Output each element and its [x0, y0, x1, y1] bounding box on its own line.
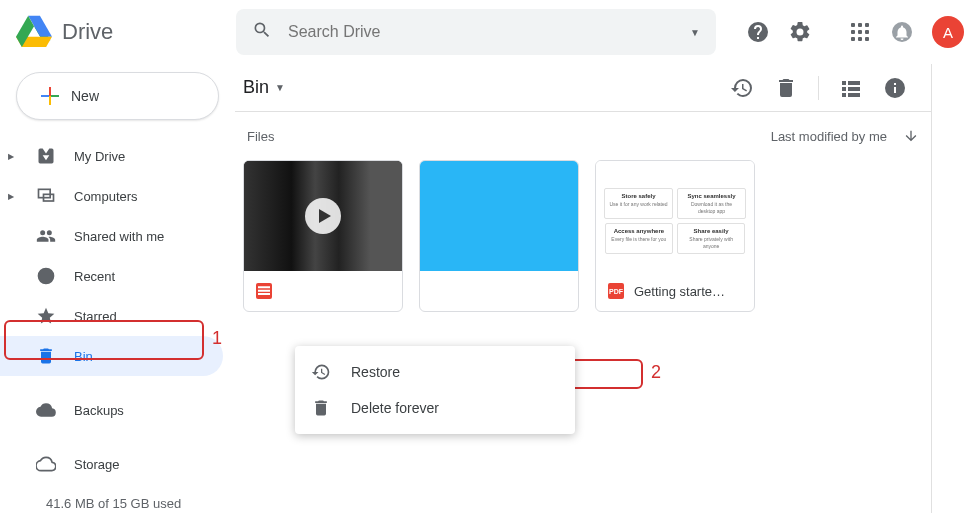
app-name: Drive	[62, 19, 113, 45]
chevron-down-icon[interactable]: ▼	[275, 82, 285, 93]
content-area: Files Last modified by me	[235, 112, 931, 328]
file-name: Getting starte…	[634, 284, 725, 299]
sidebar: New ▶ My Drive ▶ Computers Shared with m…	[0, 64, 235, 513]
new-button-label: New	[71, 88, 99, 104]
caret-right-icon: ▶	[8, 152, 18, 161]
storage-info: 41.6 MB of 15 GB used UPGRADE STORAGE	[0, 484, 235, 513]
pdf-thumbnail: Store safelyUse it for any work related …	[596, 161, 754, 271]
search-options-icon[interactable]: ▼	[690, 27, 700, 38]
sidebar-item-my-drive[interactable]: ▶ My Drive	[0, 136, 235, 176]
info-icon[interactable]	[883, 76, 907, 100]
restore-history-icon[interactable]	[730, 76, 754, 100]
sort-arrow-icon[interactable]	[903, 128, 919, 144]
sidebar-item-backups[interactable]: Backups	[0, 390, 235, 430]
video-file-icon	[256, 283, 272, 299]
cloud-icon	[36, 454, 56, 474]
nav-label: Backups	[74, 403, 124, 418]
bin-icon	[36, 346, 56, 366]
menu-label: Delete forever	[351, 400, 439, 416]
sidebar-item-computers[interactable]: ▶ Computers	[0, 176, 235, 216]
search-icon	[252, 20, 272, 44]
notifications-icon[interactable]	[890, 20, 914, 44]
search-input[interactable]	[288, 23, 690, 41]
nav-label: My Drive	[74, 149, 125, 164]
play-icon	[305, 198, 341, 234]
settings-icon[interactable]	[788, 20, 812, 44]
sort-label[interactable]: Last modified by me	[771, 129, 887, 144]
nav-label: Bin	[74, 349, 93, 364]
cloud-fill-icon	[36, 400, 56, 420]
context-menu: Restore Delete forever	[295, 346, 575, 434]
caret-right-icon: ▶	[8, 192, 18, 201]
menu-item-delete-forever[interactable]: Delete forever	[295, 390, 575, 426]
search-box[interactable]: ▼	[236, 9, 716, 55]
nav-label: Computers	[74, 189, 138, 204]
help-icon[interactable]	[746, 20, 770, 44]
sidebar-item-storage[interactable]: Storage	[0, 444, 235, 484]
avatar[interactable]: A	[932, 16, 964, 48]
files-grid: Store safelyUse it for any work related …	[243, 160, 923, 312]
restore-icon	[311, 362, 331, 382]
location-bar: Bin ▼	[235, 64, 931, 112]
sidebar-item-shared[interactable]: Shared with me	[0, 216, 235, 256]
main-content: Bin ▼ Files Last modified by me	[235, 64, 932, 513]
computers-icon	[36, 186, 56, 206]
storage-text: 41.6 MB of 15 GB used	[46, 496, 219, 511]
callout-2-label: 2	[651, 362, 661, 383]
header-actions: A	[746, 16, 964, 48]
header: Drive ▼ A	[0, 0, 980, 64]
sidebar-item-recent[interactable]: Recent	[0, 256, 235, 296]
shared-icon	[36, 226, 56, 246]
logo-section[interactable]: Drive	[16, 14, 236, 50]
list-view-icon[interactable]	[839, 76, 863, 100]
clock-icon	[36, 266, 56, 286]
drive-logo-icon	[16, 14, 52, 50]
menu-label: Restore	[351, 364, 400, 380]
nav-label: Recent	[74, 269, 115, 284]
plus-icon	[41, 87, 59, 105]
menu-item-restore[interactable]: Restore	[295, 354, 575, 390]
callout-1-label: 1	[212, 328, 222, 349]
nav-label: Shared with me	[74, 229, 164, 244]
sidebar-item-starred[interactable]: Starred	[0, 296, 235, 336]
pdf-file-icon: PDF	[608, 283, 624, 299]
file-card-video[interactable]	[243, 160, 403, 312]
star-icon	[36, 306, 56, 326]
image-thumbnail	[420, 161, 578, 271]
apps-icon[interactable]	[848, 20, 872, 44]
nav-label: Starred	[74, 309, 117, 324]
delete-forever-icon	[311, 398, 331, 418]
location-name[interactable]: Bin	[243, 77, 269, 98]
file-card-pdf[interactable]: Store safelyUse it for any work related …	[595, 160, 755, 312]
file-card-image[interactable]	[419, 160, 579, 312]
sidebar-item-bin[interactable]: Bin	[0, 336, 223, 376]
video-thumbnail	[244, 161, 402, 271]
delete-icon[interactable]	[774, 76, 798, 100]
new-button[interactable]: New	[16, 72, 219, 120]
nav-label: Storage	[74, 457, 120, 472]
files-heading: Files	[247, 129, 274, 144]
drive-icon	[36, 146, 56, 166]
